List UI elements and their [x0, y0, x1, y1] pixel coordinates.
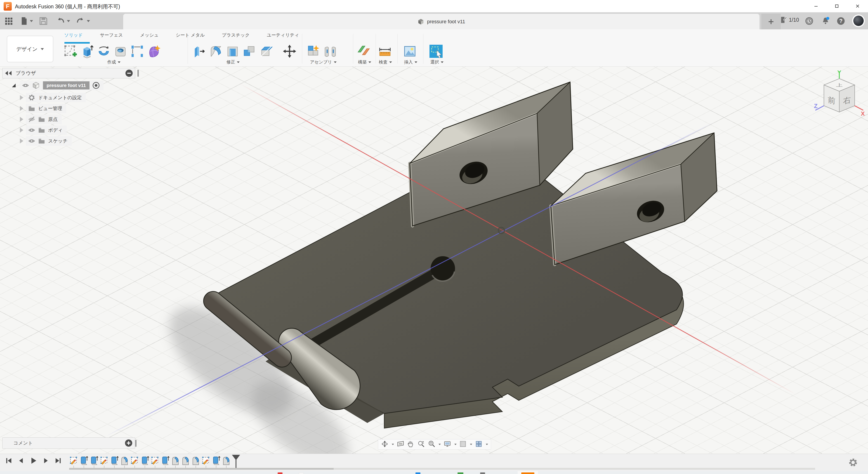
play-icon[interactable] [29, 456, 37, 466]
timeline-feature-extrude[interactable] [79, 455, 88, 466]
undo-menu-arrow[interactable] [67, 20, 70, 22]
group-assemble-label[interactable]: アセンブリ [303, 59, 344, 65]
taskbar-icon-green[interactable] [458, 472, 463, 474]
go-to-end-icon[interactable] [54, 456, 62, 466]
timeline-feature-sketch[interactable] [130, 455, 139, 466]
timeline-feature-sketch[interactable] [69, 455, 78, 466]
browser-item-named-views[interactable]: ビュー管理 [20, 104, 66, 113]
browser-item-origin[interactable]: 原点 [20, 115, 62, 124]
timeline-feature-sketch[interactable] [100, 455, 109, 466]
browser-item-document-settings[interactable]: ドキュメントの設定 [20, 93, 86, 102]
close-button[interactable] [847, 0, 868, 12]
comment-resize-grip[interactable] [135, 440, 136, 447]
visibility-eye-icon[interactable] [28, 137, 35, 145]
add-comment-icon[interactable] [125, 439, 132, 447]
pan-icon[interactable] [407, 440, 414, 449]
timeline-feature-sketch[interactable] [202, 455, 211, 466]
zoom-fit-menu-arrow[interactable] [438, 444, 441, 445]
step-forward-icon[interactable] [41, 456, 50, 466]
file-menu-icon[interactable] [20, 17, 29, 26]
user-avatar[interactable] [852, 14, 865, 27]
expand-arrow-icon[interactable] [20, 95, 23, 100]
tab-mesh[interactable]: メッシュ [139, 31, 160, 39]
taskbar-icon-gray[interactable] [480, 472, 485, 474]
step-back-icon[interactable] [17, 456, 25, 466]
insert-image-icon[interactable] [402, 44, 417, 59]
browser-resize-grip[interactable] [137, 70, 139, 76]
app-grid-icon[interactable] [4, 17, 13, 26]
extrude-icon[interactable] [80, 44, 94, 59]
redo-menu-arrow[interactable] [87, 20, 90, 22]
group-select-label[interactable]: 選択 [422, 59, 452, 65]
taskbar-icon-red[interactable] [278, 472, 283, 474]
taskbar-icon-orange-active[interactable] [521, 472, 534, 474]
look-at-icon[interactable] [397, 440, 404, 449]
timeline-feature-sketch[interactable] [151, 455, 160, 466]
browser-root-row[interactable]: pressure foot v11 [11, 81, 103, 90]
timeline-feature-extrude[interactable] [141, 455, 149, 466]
timeline-feature-fillet[interactable] [120, 455, 129, 466]
combine-icon[interactable] [242, 44, 257, 59]
viewport-canvas[interactable]: ブラウザ pressure foot v11 [0, 67, 868, 454]
orbit-menu-arrow[interactable] [392, 444, 394, 445]
document-counter[interactable]: 1/10 [779, 16, 799, 24]
timeline-settings-gear-icon[interactable] [848, 458, 858, 468]
timeline-feature-fillet[interactable] [181, 455, 190, 466]
zoom-icon[interactable] [417, 440, 425, 449]
tab-utilities[interactable]: ユーティリティ [266, 31, 301, 39]
pattern-icon[interactable] [130, 44, 145, 59]
shell-icon[interactable] [225, 44, 240, 59]
group-create-label[interactable]: 作成 [63, 59, 165, 65]
timeline-feature-extrude[interactable] [110, 455, 119, 466]
browser-root-label[interactable]: pressure foot v11 [43, 81, 90, 90]
history-clock-icon[interactable] [805, 17, 814, 26]
timeline-feature-fillet[interactable] [222, 455, 231, 466]
browser-header[interactable]: ブラウザ [2, 68, 135, 78]
orbit-icon[interactable] [381, 440, 389, 449]
maximize-button[interactable] [827, 0, 847, 12]
browser-item-sketches[interactable]: スケッチ [20, 136, 72, 146]
zoom-fit-icon[interactable] [428, 440, 435, 449]
document-tab[interactable]: pressure foot v11 [123, 14, 760, 29]
offset-face-icon[interactable] [258, 44, 274, 59]
group-insert-label[interactable]: 挿入 [396, 59, 426, 65]
viewports-menu-arrow[interactable] [486, 444, 488, 445]
display-menu-arrow[interactable] [454, 444, 457, 445]
tab-solid[interactable]: ソリッド [63, 31, 84, 39]
taskbar-icon-white[interactable] [299, 472, 304, 474]
redo-icon[interactable] [76, 17, 85, 26]
visibility-eye-icon[interactable] [28, 127, 35, 133]
timeline-feature-extrude[interactable] [161, 455, 170, 466]
revolve-icon[interactable] [96, 44, 111, 59]
new-component-icon[interactable] [306, 44, 321, 59]
undo-icon[interactable] [56, 17, 65, 26]
right-block[interactable] [551, 133, 717, 264]
origin-marker[interactable] [498, 227, 504, 233]
taskbar-icon-blue[interactable] [415, 472, 421, 474]
display-settings-icon[interactable] [443, 440, 451, 449]
help-icon[interactable]: ? [836, 17, 845, 26]
create-sketch-icon[interactable] [63, 44, 78, 59]
viewports-icon[interactable] [475, 440, 483, 449]
form-icon[interactable] [147, 44, 161, 59]
notifications-bell-icon[interactable] [821, 17, 830, 26]
workspace-selector[interactable]: デザイン [7, 36, 53, 62]
tab-surface[interactable]: サーフェス [98, 31, 124, 39]
collapse-panel-icon[interactable] [5, 70, 12, 76]
grid-menu-arrow[interactable] [470, 444, 472, 445]
comment-input[interactable]: コメント [2, 437, 135, 449]
move-copy-icon[interactable] [282, 44, 297, 59]
select-icon[interactable] [429, 44, 443, 59]
activate-component-radio[interactable] [93, 82, 99, 89]
joint-icon[interactable] [323, 44, 338, 59]
measure-icon[interactable] [377, 44, 393, 59]
minimize-button[interactable] [806, 0, 827, 12]
expand-root-icon[interactable] [11, 83, 17, 88]
grid-settings-icon[interactable] [459, 440, 467, 449]
timeline-feature-fillet[interactable] [171, 455, 180, 466]
view-cube[interactable]: Y 上 前 右 Z X [813, 70, 866, 127]
hole-icon[interactable] [113, 44, 128, 59]
construct-plane-icon[interactable] [356, 44, 371, 59]
fillet-icon[interactable] [209, 44, 223, 59]
group-inspect-label[interactable]: 検査 [371, 59, 400, 65]
